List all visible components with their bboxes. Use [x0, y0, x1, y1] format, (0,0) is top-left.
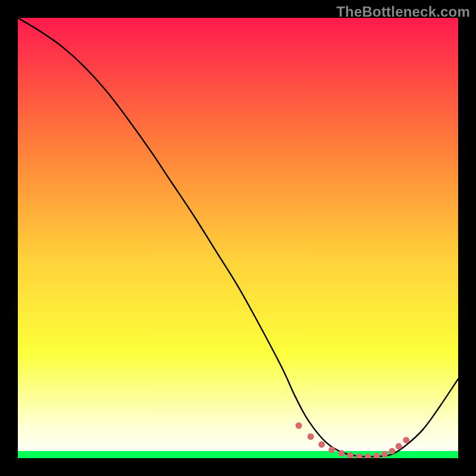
valley-dot	[356, 453, 362, 458]
valley-dot	[381, 451, 388, 458]
valley-dot	[396, 443, 402, 450]
valley-dot	[389, 448, 396, 455]
bottleneck-curve	[18, 18, 458, 458]
valley-dot	[403, 437, 409, 443]
valley-dot	[308, 433, 314, 440]
valley-dot	[347, 452, 353, 458]
valley-dot	[338, 450, 345, 456]
valley-dot	[318, 441, 325, 448]
valley-dot	[365, 453, 371, 458]
chart-stage: TheBottleneck.com	[0, 0, 476, 476]
plot-area	[18, 18, 458, 458]
valley-dot	[296, 422, 302, 429]
valley-dot	[328, 446, 335, 453]
watermark-label: TheBottleneck.com	[336, 4, 470, 20]
valley-dot	[374, 453, 380, 458]
